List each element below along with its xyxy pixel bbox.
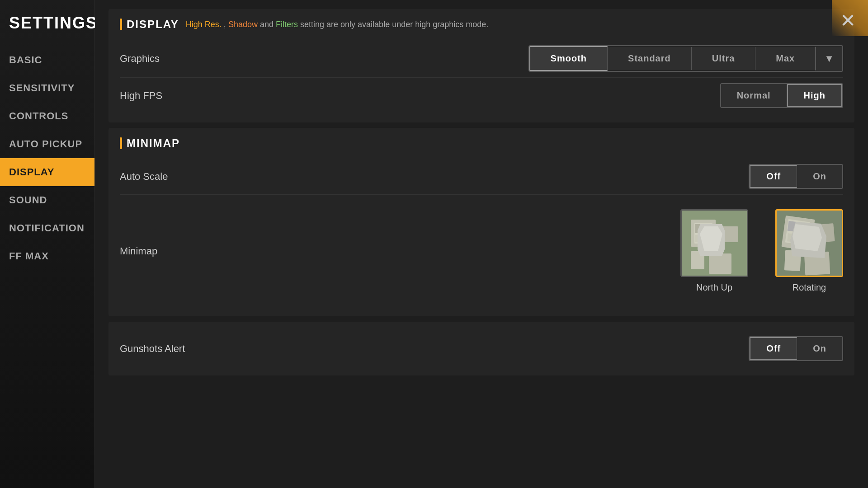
auto-scale-toggle-group: Off On [749,164,843,189]
fps-high-btn[interactable]: High [787,84,842,107]
minimap-north-up-option[interactable]: North Up [680,209,748,293]
minimap-section-bar [120,137,122,149]
map-rotating-visual [777,211,842,276]
sidebar-item-display[interactable]: DISPLAY [0,158,94,186]
svg-rect-13 [788,221,798,232]
minimap-label: Minimap [120,245,157,257]
app-title: SETTINGS [0,5,94,46]
high-res-text: High Res. [186,20,222,29]
rotating-label: Rotating [793,282,826,293]
close-button[interactable]: ✕ [834,7,861,34]
notice-suffix: setting are only available under high gr… [300,20,488,29]
svg-rect-4 [705,224,712,231]
graphics-max-btn[interactable]: Max [755,47,816,70]
sidebar-item-controls[interactable]: CONTROLS [0,102,94,130]
svg-rect-3 [695,224,703,233]
graphics-row: Graphics Smooth Standard Ultra Max ▼ [120,40,843,78]
minimap-header: MINIMAP [120,137,843,150]
minimap-options-row: Minimap [120,195,843,307]
display-section: DISPLAY High Res. , Shadow and Filters s… [108,9,854,122]
svg-rect-16 [813,223,835,243]
svg-rect-18 [804,252,830,276]
graphics-more-btn[interactable]: ▼ [816,47,842,71]
svg-rect-15 [787,233,806,243]
high-fps-toggle-group: Normal High [720,83,843,108]
graphics-label: Graphics [120,53,160,65]
graphics-standard-btn[interactable]: Standard [608,47,692,70]
sidebar-item-auto-pickup[interactable]: AUTO PICKUP [0,130,94,158]
svg-rect-5 [695,235,711,242]
auto-scale-off-btn[interactable]: Off [750,165,797,188]
svg-marker-9 [713,238,718,244]
minimap-rotating-option[interactable]: Rotating [775,209,843,293]
svg-rect-14 [799,223,807,232]
sidebar-item-ff-max[interactable]: FF MAX [0,242,94,270]
fps-normal-btn[interactable]: Normal [721,84,787,107]
section-bar [120,19,122,30]
gunshots-section: Gunshots Alert Off On [108,322,854,375]
rotating-svg [777,211,843,277]
svg-rect-17 [784,250,801,271]
graphics-toggle-group: Smooth Standard Ultra Max ▼ [528,45,843,72]
auto-scale-on-btn[interactable]: On [797,165,842,188]
display-title: DISPLAY [127,18,179,31]
display-subtitle: High Res. , Shadow and Filters setting a… [186,20,488,29]
gunshots-off-btn[interactable]: Off [750,337,797,360]
high-fps-row: High FPS Normal High [120,78,843,113]
sidebar-item-sound[interactable]: SOUND [0,186,94,214]
gunshots-row: Gunshots Alert Off On [120,331,843,366]
sidebar-item-notification[interactable]: NOTIFICATION [0,214,94,242]
comma-text: , [224,20,228,29]
north-up-svg [682,211,748,277]
svg-rect-8 [709,253,731,274]
gunshots-label: Gunshots Alert [120,343,185,355]
svg-rect-7 [691,251,704,269]
gunshots-on-btn[interactable]: On [797,337,842,360]
minimap-options-container: North Up [680,200,843,302]
and-text: and [260,20,276,29]
graphics-ultra-btn[interactable]: Ultra [692,47,756,70]
auto-scale-row: Auto Scale Off On [120,159,843,195]
auto-scale-label: Auto Scale [120,171,168,183]
sidebar: SETTINGS BASIC SENSITIVITY CONTROLS AUTO… [0,0,95,488]
map-north-up-visual [682,211,747,276]
display-header: DISPLAY High Res. , Shadow and Filters s… [120,18,843,31]
sidebar-item-sensitivity[interactable]: SENSITIVITY [0,74,94,102]
graphics-smooth-btn[interactable]: Smooth [529,46,608,71]
filters-text: Filters [276,20,298,29]
high-fps-label: High FPS [120,90,162,102]
minimap-north-up-image [680,209,748,277]
shadow-text: Shadow [228,20,258,29]
sidebar-item-basic[interactable]: BASIC [0,46,94,74]
gunshots-toggle-group: Off On [749,336,843,361]
minimap-section: MINIMAP Auto Scale Off On Minimap [108,128,854,316]
svg-rect-6 [720,226,738,242]
north-up-label: North Up [696,282,732,293]
main-content: DISPLAY High Res. , Shadow and Filters s… [95,0,868,488]
minimap-rotating-image [775,209,843,277]
minimap-title: MINIMAP [127,137,180,150]
svg-marker-19 [807,236,814,245]
